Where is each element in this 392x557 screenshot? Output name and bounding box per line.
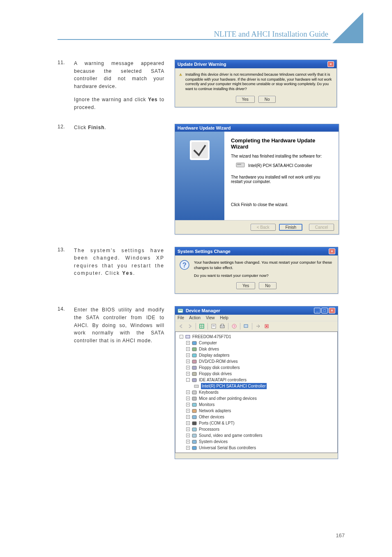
device-icon xyxy=(191,390,197,395)
svg-rect-44 xyxy=(192,440,196,443)
toolbar-icon[interactable] xyxy=(254,323,262,330)
tree-item[interactable]: +DVD/CD-ROM drives xyxy=(178,358,335,364)
svg-rect-27 xyxy=(186,335,190,338)
tree-item[interactable]: +Computer xyxy=(178,340,335,346)
svg-rect-37 xyxy=(192,397,196,400)
app-icon xyxy=(178,309,183,313)
svg-rect-34 xyxy=(192,378,196,382)
close-icon[interactable]: × xyxy=(329,308,335,313)
svg-rect-45 xyxy=(192,446,196,450)
svg-rect-11 xyxy=(178,309,183,313)
step-number: 14. xyxy=(58,306,74,312)
svg-rect-38 xyxy=(192,403,196,406)
device-icon xyxy=(191,408,197,414)
device-icon xyxy=(191,439,197,445)
tree-item[interactable]: +Ports (COM & LPT) xyxy=(178,420,335,426)
scan-icon[interactable] xyxy=(242,323,250,330)
svg-rect-12 xyxy=(179,310,182,311)
nav-back-icon[interactable] xyxy=(178,323,185,330)
wizard-sidebar-graphic xyxy=(175,132,224,220)
tree-item[interactable]: +Floppy disk drives xyxy=(178,371,335,377)
window-title: Device Manager xyxy=(186,308,220,313)
tree-item[interactable]: +Keyboards xyxy=(178,389,335,395)
no-button[interactable]: No xyxy=(258,96,276,103)
tree-item[interactable]: +Other devices xyxy=(178,414,335,420)
page-number: 167 xyxy=(336,532,345,538)
device-icon xyxy=(191,340,197,346)
warning-message: Installing this device driver is not rec… xyxy=(185,72,332,92)
tree-item[interactable]: +Processors xyxy=(178,426,335,432)
svg-rect-42 xyxy=(192,428,196,431)
yes-button[interactable]: Yes xyxy=(236,96,255,103)
svg-rect-40 xyxy=(192,415,196,419)
svg-rect-8 xyxy=(237,164,241,165)
tree-item[interactable]: +Mice and other pointing devices xyxy=(178,395,335,402)
svg-text:?: ? xyxy=(182,262,187,269)
question-icon: ? xyxy=(179,260,190,278)
tree-item[interactable]: -IDE ATA/ATAPI controllers xyxy=(178,377,335,383)
menu-file[interactable]: File xyxy=(178,316,184,320)
appendix-badge: A xyxy=(332,12,363,43)
tree-item[interactable]: +Universal Serial Bus controllers xyxy=(178,445,335,451)
controller-icon xyxy=(194,383,199,389)
uninstall-icon[interactable] xyxy=(263,323,270,330)
step-text: A warning message appeared because the s… xyxy=(74,60,173,111)
close-icon[interactable]: × xyxy=(327,61,334,67)
maximize-icon[interactable]: □ xyxy=(321,308,328,313)
print-icon[interactable] xyxy=(219,323,226,330)
wizard-heading: Completing the Hardware Update Wizard xyxy=(231,137,332,150)
step-number: 13. xyxy=(58,247,74,253)
device-icon xyxy=(191,445,197,451)
device-icon xyxy=(191,346,197,352)
back-button: < Back xyxy=(251,224,276,231)
svg-text:!: ! xyxy=(180,74,181,76)
tree-item[interactable]: +Display adapters xyxy=(178,352,335,358)
properties-icon[interactable] xyxy=(210,323,217,330)
help-icon[interactable]: ? xyxy=(231,323,238,330)
section-title: NLITE and AHCI Installation Guide xyxy=(214,30,328,39)
device-icon xyxy=(191,371,197,377)
nav-forward-icon[interactable] xyxy=(186,323,194,330)
device-tree[interactable]: - FREEDOM-475F7D1 +Computer+Disk drives+… xyxy=(175,332,338,453)
warning-icon: ! xyxy=(179,72,182,82)
finish-button[interactable]: Finish xyxy=(279,224,302,231)
tree-item[interactable]: +Sound, video and game controllers xyxy=(178,432,335,439)
device-icon xyxy=(191,402,197,408)
svg-rect-31 xyxy=(192,360,196,363)
minimize-icon[interactable]: _ xyxy=(314,308,321,313)
tree-item[interactable]: +Monitors xyxy=(178,402,335,408)
status-bar xyxy=(175,453,338,459)
tree-item[interactable]: +Network adapters xyxy=(178,408,335,414)
step-text: The system's settings have been changed.… xyxy=(74,247,173,277)
svg-text:A: A xyxy=(349,16,363,41)
yes-button[interactable]: Yes xyxy=(236,282,255,289)
device-icon xyxy=(191,414,197,420)
svg-rect-39 xyxy=(192,409,196,413)
device-icon xyxy=(191,396,197,402)
header-rule xyxy=(58,39,330,40)
computer-icon xyxy=(185,334,191,340)
cancel-button: Cancel xyxy=(309,224,334,231)
svg-rect-23 xyxy=(244,325,248,327)
toolbar-icon[interactable] xyxy=(198,323,205,330)
svg-rect-43 xyxy=(192,434,196,437)
device-icon xyxy=(191,353,197,358)
system-settings-change-dialog: System Settings Change × ? Your hardware… xyxy=(175,247,338,294)
tree-item[interactable]: +Floppy disk controllers xyxy=(178,364,335,371)
dialog-title: Hardware Update Wizard xyxy=(178,125,231,130)
svg-rect-32 xyxy=(192,366,196,369)
device-icon xyxy=(191,365,197,371)
device-icon xyxy=(191,433,197,439)
menu-bar[interactable]: File Action View Help xyxy=(175,315,338,321)
close-icon[interactable]: × xyxy=(329,248,335,254)
menu-help[interactable]: Help xyxy=(220,316,228,320)
tree-item[interactable]: +System devices xyxy=(178,439,335,445)
no-button[interactable]: No xyxy=(259,282,277,289)
settings-message-2: Do you want to restart your computer now… xyxy=(194,273,334,278)
tree-item-selected[interactable]: Intel(R) PCH SATA AHCI Controller xyxy=(178,383,335,389)
tree-root[interactable]: - FREEDOM-475F7D1 xyxy=(178,334,335,340)
wizard-line: Click Finish to close the wizard. xyxy=(231,202,332,207)
menu-view[interactable]: View xyxy=(206,316,215,320)
tree-item[interactable]: +Disk drives xyxy=(178,346,335,352)
menu-action[interactable]: Action xyxy=(189,316,201,320)
